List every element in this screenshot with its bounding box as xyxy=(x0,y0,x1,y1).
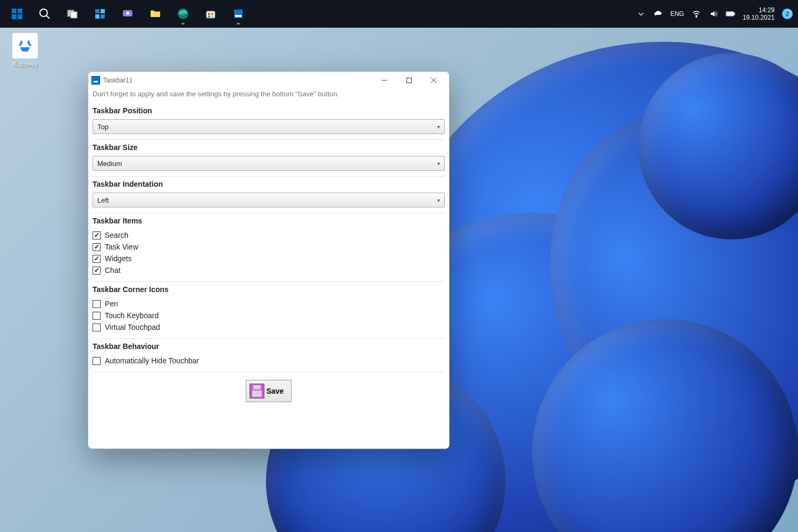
item-label: Search xyxy=(105,231,128,239)
behaviour-checkbox[interactable] xyxy=(93,357,101,365)
svg-rect-0 xyxy=(12,9,16,13)
behaviour-row: Automatically Hide Touchbar xyxy=(93,355,445,367)
svg-rect-1 xyxy=(18,9,22,13)
svg-rect-25 xyxy=(727,12,733,15)
notification-badge[interactable]: 2 xyxy=(782,9,793,19)
section-size: Taskbar Size Medium ▾ xyxy=(93,140,445,177)
section-position: Taskbar Position Top ▾ xyxy=(93,103,445,140)
battery-tray[interactable] xyxy=(726,9,735,19)
position-title: Taskbar Position xyxy=(93,106,445,115)
svg-rect-18 xyxy=(208,15,210,18)
save-row: Save xyxy=(93,372,445,410)
svg-rect-28 xyxy=(407,78,412,83)
start-button[interactable] xyxy=(5,2,29,26)
indent-dropdown[interactable]: Left ▾ xyxy=(93,193,445,207)
taskview-button[interactable] xyxy=(61,2,84,26)
close-button[interactable] xyxy=(421,72,446,88)
recycle-icon xyxy=(16,37,34,54)
corner-row: Touch Keyboard xyxy=(93,310,445,321)
behaviour-title: Taskbar Behaviour xyxy=(93,342,445,351)
corner-checkbox[interactable] xyxy=(93,300,101,308)
position-dropdown[interactable]: Top ▾ xyxy=(93,119,445,134)
svg-rect-15 xyxy=(206,11,215,18)
item-row: Search xyxy=(93,229,445,241)
item-row: Task View xyxy=(93,241,445,253)
folder-icon xyxy=(149,7,162,20)
item-label: Widgets xyxy=(105,254,132,263)
taskbar11-app-button[interactable] xyxy=(227,2,250,26)
corner-label: Virtual Touchpad xyxy=(105,323,160,331)
widgets-icon xyxy=(94,7,106,20)
window-title: Taskbar11 xyxy=(103,77,132,84)
svg-rect-8 xyxy=(95,9,99,13)
close-icon xyxy=(431,78,436,83)
chevron-down-icon: ▾ xyxy=(437,161,440,167)
corner-row: Virtual Touchpad xyxy=(93,321,445,333)
svg-rect-7 xyxy=(71,12,77,18)
recycle-bin-label: Корзина xyxy=(6,61,44,68)
onedrive-tray[interactable] xyxy=(653,9,663,19)
section-items: Taskbar Items SearchTask ViewWidgetsChat xyxy=(93,213,445,282)
section-behaviour: Taskbar Behaviour Automatically Hide Tou… xyxy=(93,339,445,372)
corner-row: Pen xyxy=(93,298,445,310)
item-row: Widgets xyxy=(93,253,445,264)
svg-rect-9 xyxy=(101,9,105,13)
app-window: Taskbar11 Don't forget to apply and save… xyxy=(88,71,450,449)
corner-label: Touch Keyboard xyxy=(105,311,159,320)
recycle-bin[interactable]: Корзина xyxy=(6,33,44,68)
wifi-tray[interactable] xyxy=(692,9,701,19)
minimize-icon xyxy=(382,78,387,83)
svg-rect-19 xyxy=(211,15,213,18)
date-text: 19.10.2021 xyxy=(743,14,775,21)
size-title: Taskbar Size xyxy=(93,143,445,152)
item-label: Task View xyxy=(105,243,138,251)
store-button[interactable] xyxy=(199,2,222,26)
svg-line-5 xyxy=(46,15,49,19)
search-icon xyxy=(38,7,51,20)
recycle-bin-icon xyxy=(12,33,38,59)
widgets-button[interactable] xyxy=(88,2,112,26)
clock[interactable]: 14:29 19.10.2021 xyxy=(743,6,775,22)
chevron-down-icon: ▾ xyxy=(437,197,440,203)
window-content: Don't forget to apply and save the setti… xyxy=(88,89,449,448)
svg-point-4 xyxy=(40,9,47,16)
minimize-button[interactable] xyxy=(372,72,397,88)
svg-rect-3 xyxy=(18,14,22,19)
maximize-button[interactable] xyxy=(397,72,421,88)
edge-button[interactable] xyxy=(171,2,195,26)
time-text: 14:29 xyxy=(743,6,775,14)
tray-chevron[interactable] xyxy=(636,9,646,19)
item-checkbox[interactable] xyxy=(93,231,101,239)
cloud-icon xyxy=(654,10,662,18)
indent-title: Taskbar Indentation xyxy=(93,180,445,188)
corner-checkbox[interactable] xyxy=(93,312,101,320)
store-icon xyxy=(204,7,217,20)
windows-icon xyxy=(11,7,23,20)
taskbar11-app-icon xyxy=(232,7,245,20)
hint-text: Don't forget to apply and save the setti… xyxy=(93,89,445,103)
volume-tray[interactable] xyxy=(709,9,718,19)
item-checkbox[interactable] xyxy=(93,267,101,275)
indent-value: Left xyxy=(97,196,109,204)
save-button[interactable]: Save xyxy=(246,380,292,402)
size-dropdown[interactable]: Medium ▾ xyxy=(93,156,445,171)
svg-point-22 xyxy=(696,16,697,18)
chat-icon xyxy=(121,7,134,20)
corner-checkbox[interactable] xyxy=(93,323,101,331)
language-indicator[interactable]: ENG xyxy=(670,10,684,18)
explorer-button[interactable] xyxy=(144,2,167,26)
search-button[interactable] xyxy=(33,2,56,26)
item-checkbox[interactable] xyxy=(93,243,101,251)
size-value: Medium xyxy=(97,160,122,168)
chat-button[interactable] xyxy=(116,2,139,26)
app-icon xyxy=(92,76,100,85)
maximize-icon xyxy=(406,78,412,83)
titlebar[interactable]: Taskbar11 xyxy=(88,72,449,89)
svg-point-13 xyxy=(126,12,129,15)
item-row: Chat xyxy=(93,264,445,276)
edge-icon xyxy=(177,7,189,20)
save-label: Save xyxy=(267,387,284,395)
svg-rect-17 xyxy=(211,13,213,15)
section-corner: Taskbar Corner Icons PenTouch KeyboardVi… xyxy=(93,282,445,339)
item-checkbox[interactable] xyxy=(93,255,101,263)
